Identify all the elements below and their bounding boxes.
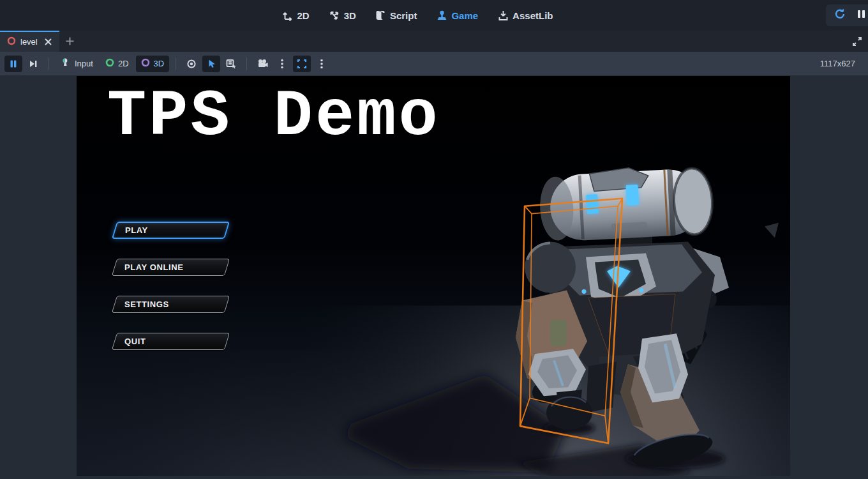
scene-tabbar: level — [0, 31, 868, 52]
editor-topbar: 2D 3D Script Game AssetLib — [0, 0, 868, 31]
tab-3d[interactable]: 3D — [329, 10, 356, 21]
play-button[interactable]: PLAY — [112, 222, 230, 239]
input-toggle-button[interactable]: Input — [56, 56, 98, 72]
pick-list-button[interactable] — [222, 56, 240, 72]
tab-assetlib-label: AssetLib — [513, 10, 553, 21]
game-main-menu: PLAY PLAY ONLINE SETTINGS QUIT — [114, 222, 227, 370]
play-online-button[interactable]: PLAY ONLINE — [112, 259, 230, 276]
camera-preview-button[interactable] — [253, 56, 271, 72]
tabbar-spacer — [81, 31, 846, 52]
playback-panel — [826, 4, 868, 26]
play-button-label: PLAY — [116, 225, 148, 235]
toolbar-separator — [246, 57, 247, 70]
play-online-button-label: PLAY ONLINE — [115, 262, 184, 272]
main-view-nav: 2D 3D Script Game AssetLib — [282, 0, 553, 31]
tab-assetlib[interactable]: AssetLib — [497, 10, 553, 21]
camera-3d-ring-icon — [141, 58, 150, 69]
input-toggle-label: Input — [75, 59, 93, 68]
toolbar-separator — [49, 57, 49, 70]
scene-tab-label: level — [20, 37, 38, 47]
close-icon[interactable] — [44, 38, 52, 46]
axes-3d-icon — [329, 10, 340, 21]
restart-icon[interactable] — [834, 8, 846, 23]
new-tab-button[interactable] — [59, 31, 81, 52]
camera-3d-label: 3D — [154, 59, 165, 68]
camera-2d-ring-icon — [105, 58, 114, 69]
download-icon — [497, 10, 509, 21]
tab-script-label: Script — [390, 10, 417, 21]
expand-icon[interactable] — [846, 31, 868, 52]
game-viewport[interactable]: TPS Demo PLAY PLAY ONLINE SETTINGS QUIT — [77, 76, 790, 476]
pause-partial-icon[interactable] — [857, 9, 867, 22]
quit-button-label: QUIT — [115, 337, 146, 346]
tab-game-label: Game — [451, 10, 478, 21]
quit-button[interactable]: QUIT — [112, 333, 230, 350]
workspace: TPS Demo PLAY PLAY ONLINE SETTINGS QUIT — [0, 75, 868, 479]
next-frame-button[interactable] — [24, 56, 42, 72]
tab-2d[interactable]: 2D — [282, 10, 310, 21]
scene-tab-level[interactable]: level — [0, 31, 59, 52]
camera-reset-button[interactable] — [183, 56, 200, 72]
joystick-icon — [436, 10, 447, 21]
move-2d-icon — [282, 10, 294, 21]
viewport-resolution: 1117x627 — [820, 59, 855, 68]
camera-3d-button[interactable]: 3D — [136, 56, 170, 72]
game-title: TPS Demo — [107, 80, 440, 154]
input-joystick-icon — [61, 57, 71, 70]
camera-2d-label: 2D — [118, 59, 129, 68]
pause-button[interactable] — [4, 56, 22, 72]
embed-menu-dots-icon[interactable] — [313, 56, 331, 72]
toolbar-separator — [176, 57, 176, 70]
scene-circle-icon — [7, 36, 16, 47]
debug-menu-dots-icon[interactable] — [273, 56, 291, 72]
settings-button[interactable]: SETTINGS — [112, 296, 230, 313]
tab-game[interactable]: Game — [436, 10, 478, 21]
camera-2d-button[interactable]: 2D — [100, 56, 134, 72]
settings-button-label: SETTINGS — [115, 300, 169, 309]
tab-script[interactable]: Script — [375, 10, 417, 21]
pick-node-button[interactable] — [202, 56, 220, 72]
game-toolbar: Input 2D 3D 1117x627 — [0, 52, 868, 75]
tab-2d-label: 2D — [297, 10, 310, 21]
embed-brackets-button[interactable] — [293, 56, 311, 72]
tab-3d-label: 3D — [344, 10, 356, 21]
script-icon — [375, 10, 386, 21]
